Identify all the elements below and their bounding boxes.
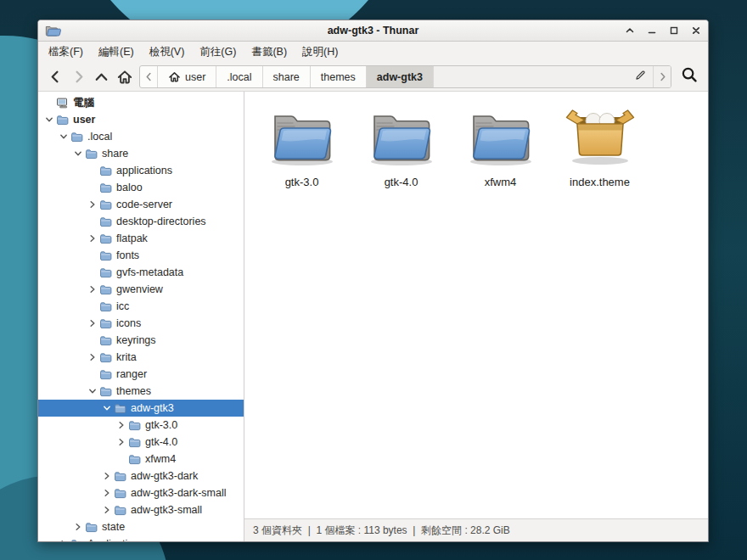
sidebar-item-user[interactable]: user [38, 111, 244, 128]
search-icon [681, 66, 699, 87]
expander-closed-icon[interactable] [72, 521, 84, 533]
menu-檔案f[interactable]: 檔案(F) [41, 42, 91, 62]
sidebar-item-share[interactable]: share [38, 145, 244, 162]
sidebar-item-label: ranger [116, 368, 147, 380]
back-button[interactable] [44, 65, 67, 88]
breadcrumb-themes[interactable]: themes [311, 66, 367, 87]
sidebar-item-krita[interactable]: krita [38, 349, 244, 366]
breadcrumb-adw-gtk3[interactable]: adw-gtk3 [367, 66, 434, 87]
menu-說明h[interactable]: 說明(H) [295, 42, 345, 62]
search-button[interactable] [677, 65, 702, 89]
sidebar-item-Applications[interactable]: Applications [38, 535, 244, 541]
sidebar-item-電腦[interactable]: 電腦 [38, 94, 244, 111]
sidebar-item-desktop-directories[interactable]: desktop-directories [38, 213, 244, 230]
expander-closed-icon[interactable] [58, 538, 70, 541]
expander-spacer [43, 97, 55, 109]
sidebar-item-icons[interactable]: icons [38, 315, 244, 332]
expander-closed-icon[interactable] [101, 470, 113, 482]
sidebar-item-gtk-4.0[interactable]: gtk-4.0 [38, 434, 244, 451]
sidebar-item-adw-gtk3-dark[interactable]: adw-gtk3-dark [38, 468, 244, 484]
expander-closed-icon[interactable] [101, 504, 113, 516]
expander-closed-icon[interactable] [87, 317, 98, 329]
file-item-index.theme[interactable]: index.theme [550, 105, 649, 188]
expander-closed-icon[interactable] [87, 283, 98, 295]
sidebar-item-baloo[interactable]: baloo [38, 179, 244, 196]
window-content: 電腦user.localshareapplicationsbaloocode-s… [38, 92, 708, 541]
sidebar-item-fonts[interactable]: fonts [38, 247, 244, 264]
file-label: gtk-4.0 [385, 176, 418, 188]
expander-closed-icon[interactable] [87, 351, 98, 363]
sidebar-item-applications[interactable]: applications [38, 162, 244, 179]
sidebar-item-label: icc [116, 300, 129, 312]
home-button[interactable] [113, 65, 136, 88]
sidebar-item-gvfs-metadata[interactable]: gvfs-metadata [38, 264, 244, 281]
titlebar[interactable]: adw-gtk3 - Thunar [38, 20, 708, 42]
expander-closed-icon[interactable] [115, 419, 127, 431]
sidebar-item-state[interactable]: state [38, 518, 244, 535]
sidebar-item-code-server[interactable]: code-server [38, 196, 244, 213]
folder-icon [99, 250, 112, 261]
main-pane: gtk-3.0gtk-4.0xfwm4index.theme 3 個資料夾 | … [244, 92, 708, 541]
path-scroll-left-button[interactable] [140, 66, 158, 87]
breadcrumb-dot-local[interactable]: .local [216, 66, 262, 87]
menu-前往g[interactable]: 前往(G) [192, 42, 244, 62]
breadcrumb-user[interactable]: user [158, 66, 216, 87]
sidebar-item-icc[interactable]: icc [38, 298, 244, 315]
sidebar-item-ranger[interactable]: ranger [38, 366, 244, 383]
expander-closed-icon[interactable] [115, 436, 127, 448]
expander-open-icon[interactable] [87, 385, 98, 397]
path-scroll-right-button[interactable] [653, 66, 671, 87]
pencil-icon[interactable] [634, 69, 647, 85]
folder-icon [114, 505, 126, 516]
sidebar-item-dot-local[interactable]: .local [38, 128, 244, 145]
sidebar-item-gwenview[interactable]: gwenview [38, 281, 244, 298]
file-item-gtk-4.0[interactable]: gtk-4.0 [351, 105, 451, 188]
breadcrumb-share[interactable]: share [263, 66, 311, 87]
sidebar-item-gtk-3.0[interactable]: gtk-3.0 [38, 417, 244, 434]
thunar-window: adw-gtk3 - Thunar 檔案(F)編輯(E)檢視(V)前往(G)書籤… [37, 20, 709, 542]
maximize-button[interactable] [668, 25, 679, 36]
menu-書籤b[interactable]: 書籤(B) [244, 42, 295, 62]
sidebar-item-label: user [73, 114, 95, 126]
path-edit-area[interactable] [434, 66, 653, 87]
file-view[interactable]: gtk-3.0gtk-4.0xfwm4index.theme [244, 92, 708, 518]
shade-button[interactable] [624, 25, 635, 36]
sidebar-item-keyrings[interactable]: keyrings [38, 332, 244, 349]
expander-open-icon[interactable] [101, 402, 113, 414]
minimize-button[interactable] [646, 25, 657, 36]
sidebar-item-xfwm4[interactable]: xfwm4 [38, 451, 244, 468]
sidebar-item-label: adw-gtk3-dark [131, 470, 198, 482]
sidebar-item-flatpak[interactable]: flatpak [38, 230, 244, 247]
toolbar: user.localsharethemesadw-gtk3 [38, 63, 708, 92]
expander-closed-icon[interactable] [101, 487, 113, 499]
sidebar-tree: 電腦user.localshareapplicationsbaloocode-s… [38, 92, 244, 541]
sidebar-item-label: gtk-3.0 [145, 419, 177, 431]
menu-編輯e[interactable]: 編輯(E) [91, 42, 142, 62]
folder-icon [70, 539, 83, 542]
folder-large-icon [465, 105, 536, 168]
expander-spacer [87, 165, 98, 176]
file-item-xfwm4[interactable]: xfwm4 [451, 105, 550, 188]
folder-icon [99, 352, 112, 363]
close-button[interactable] [690, 25, 701, 36]
sidebar-item-label: code-server [116, 199, 172, 210]
sidebar-item-adw-gtk3[interactable]: adw-gtk3 [38, 400, 244, 417]
sidebar-item-adw-gtk3-small[interactable]: adw-gtk3-small [38, 501, 244, 518]
folder-icon [99, 301, 112, 312]
expander-closed-icon[interactable] [87, 199, 98, 210]
expander-open-icon[interactable] [43, 114, 55, 126]
expander-open-icon[interactable] [72, 148, 84, 160]
up-button[interactable] [90, 65, 113, 88]
expander-spacer [87, 300, 98, 312]
sidebar-item-adw-gtk3-dark-small[interactable]: adw-gtk3-dark-small [38, 484, 244, 501]
sidebar-item-label: Applications [87, 538, 144, 541]
file-item-gtk-3.0[interactable]: gtk-3.0 [252, 105, 351, 188]
sidebar-item-themes[interactable]: themes [38, 383, 244, 400]
home-icon [168, 71, 181, 83]
expander-closed-icon[interactable] [87, 232, 98, 244]
expander-spacer [87, 182, 98, 193]
menu-檢視v[interactable]: 檢視(V) [142, 42, 193, 62]
forward-button[interactable] [67, 65, 90, 88]
expander-open-icon[interactable] [58, 131, 70, 143]
folder-icon [99, 386, 112, 397]
